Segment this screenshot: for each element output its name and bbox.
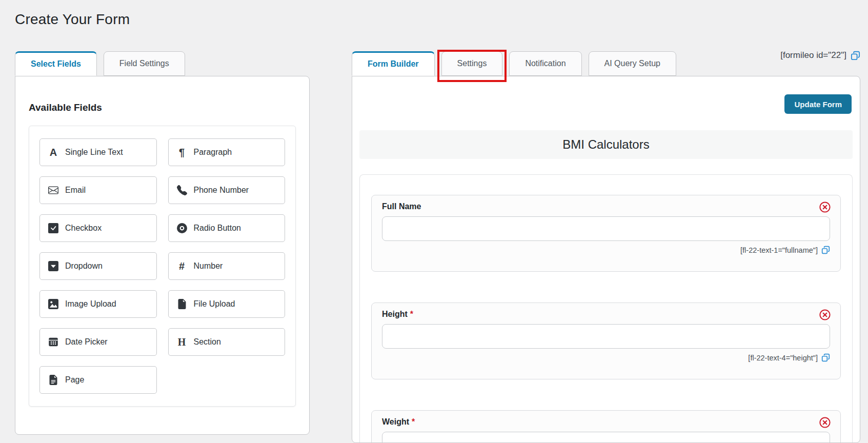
copy-icon[interactable] bbox=[821, 246, 830, 254]
tab-label: Notification bbox=[525, 59, 566, 68]
form-canvas: Full Name [fl-22-text-1="fullname"] Heig… bbox=[359, 174, 853, 443]
fields-sidebar: Select Fields Field Settings Available F… bbox=[15, 51, 310, 435]
form-field-weight: Weight* bbox=[371, 410, 841, 443]
file-icon bbox=[177, 299, 187, 309]
dropdown-caret-icon bbox=[48, 261, 58, 271]
weight-input[interactable] bbox=[382, 432, 830, 443]
form-field-height: Height* [fl-22-text-4="height"] bbox=[371, 303, 841, 379]
form-builder-section: [formileo id="22"] Form Builder Settings… bbox=[352, 51, 860, 443]
required-mark: * bbox=[412, 417, 415, 426]
page-icon bbox=[48, 375, 58, 385]
available-fields-card: A Single Line Text ¶ Paragraph Email bbox=[29, 126, 296, 407]
field-button-dropdown[interactable]: Dropdown bbox=[39, 252, 157, 280]
form-field-full-name: Full Name [fl-22-text-1="fullname"] bbox=[371, 195, 841, 272]
calendar-icon bbox=[48, 337, 58, 347]
field-button-checkbox[interactable]: Checkbox bbox=[39, 214, 157, 242]
image-icon bbox=[48, 299, 58, 309]
field-button-phone-number[interactable]: Phone Number bbox=[168, 176, 286, 204]
select-fields-panel: Available Fields A Single Line Text ¶ Pa… bbox=[15, 76, 310, 435]
field-label: Height bbox=[382, 310, 408, 318]
field-button-label: Image Upload bbox=[65, 299, 116, 309]
delete-field-icon[interactable] bbox=[819, 416, 831, 429]
tab-label: Settings bbox=[457, 59, 487, 68]
copy-icon[interactable] bbox=[851, 51, 860, 61]
field-button-label: Radio Button bbox=[194, 224, 241, 233]
field-label: Weight bbox=[382, 417, 409, 426]
field-shortcode-text: [fl-22-text-1="fullname"] bbox=[740, 246, 818, 254]
field-button-number[interactable]: # Number bbox=[168, 252, 286, 280]
page-title: Create Your Form bbox=[15, 11, 130, 28]
field-button-label: Page bbox=[65, 375, 84, 385]
tab-select-fields[interactable]: Select Fields bbox=[15, 51, 97, 76]
update-form-button[interactable]: Update Form bbox=[784, 94, 852, 114]
builder-toolbar: Update Form bbox=[352, 76, 860, 114]
field-button-label: Email bbox=[65, 186, 86, 195]
tab-ai-query-setup[interactable]: AI Query Setup bbox=[589, 51, 676, 76]
field-button-file-upload[interactable]: File Upload bbox=[168, 290, 286, 318]
field-button-label: Dropdown bbox=[65, 261, 103, 271]
tab-settings[interactable]: Settings bbox=[441, 51, 503, 76]
left-tabs: Select Fields Field Settings bbox=[15, 51, 310, 76]
delete-field-icon[interactable] bbox=[819, 201, 831, 213]
pilcrow-icon: ¶ bbox=[177, 147, 187, 157]
form-builder-panel: Update Form BMI Calculators Full Name [f… bbox=[352, 76, 860, 443]
field-shortcode-row: [fl-22-text-4="height"] bbox=[382, 353, 830, 362]
field-button-radio-button[interactable]: Radio Button bbox=[168, 214, 286, 242]
tab-label: AI Query Setup bbox=[604, 59, 660, 68]
field-button-label: Paragraph bbox=[194, 148, 232, 157]
field-button-page[interactable]: Page bbox=[39, 366, 157, 394]
form-title: BMI Calculators bbox=[359, 130, 853, 159]
copy-icon[interactable] bbox=[821, 353, 830, 362]
field-button-date-picker[interactable]: Date Picker bbox=[39, 328, 157, 356]
field-label: Full Name bbox=[382, 202, 421, 211]
form-shortcode-bar: [formileo id="22"] bbox=[780, 50, 860, 61]
field-button-label: Phone Number bbox=[194, 186, 249, 195]
field-shortcode-text: [fl-22-text-4="height"] bbox=[748, 354, 818, 362]
field-button-paragraph[interactable]: ¶ Paragraph bbox=[168, 138, 286, 166]
field-button-image-upload[interactable]: Image Upload bbox=[39, 290, 157, 318]
checkbox-icon bbox=[48, 223, 58, 233]
field-grid: A Single Line Text ¶ Paragraph Email bbox=[39, 138, 285, 394]
field-button-email[interactable]: Email bbox=[39, 176, 157, 204]
field-button-label: File Upload bbox=[194, 299, 235, 309]
tab-field-settings[interactable]: Field Settings bbox=[104, 51, 185, 76]
required-mark: * bbox=[410, 310, 413, 318]
full-name-input[interactable] bbox=[382, 216, 830, 241]
field-button-label: Number bbox=[194, 261, 223, 271]
phone-icon bbox=[177, 185, 187, 195]
field-button-label: Checkbox bbox=[65, 224, 102, 233]
available-fields-heading: Available Fields bbox=[29, 102, 296, 113]
field-button-label: Section bbox=[194, 337, 221, 347]
field-button-label: Single Line Text bbox=[65, 148, 123, 157]
heading-icon: H bbox=[177, 337, 187, 347]
height-input[interactable] bbox=[382, 324, 830, 349]
radio-icon bbox=[177, 223, 187, 233]
field-button-section[interactable]: H Section bbox=[168, 328, 286, 356]
tab-form-builder[interactable]: Form Builder bbox=[352, 51, 435, 76]
form-shortcode-text: [formileo id="22"] bbox=[780, 50, 846, 61]
envelope-icon bbox=[48, 185, 58, 195]
hash-icon: # bbox=[177, 261, 187, 271]
field-button-single-line-text[interactable]: A Single Line Text bbox=[39, 138, 157, 166]
tab-label: Field Settings bbox=[119, 59, 169, 68]
tab-label: Form Builder bbox=[368, 59, 419, 69]
field-button-label: Date Picker bbox=[65, 337, 108, 347]
delete-field-icon[interactable] bbox=[819, 309, 831, 321]
tab-label: Select Fields bbox=[31, 59, 81, 69]
tab-notification[interactable]: Notification bbox=[509, 51, 581, 76]
letter-a-icon: A bbox=[48, 147, 58, 157]
field-shortcode-row: [fl-22-text-1="fullname"] bbox=[382, 246, 830, 254]
